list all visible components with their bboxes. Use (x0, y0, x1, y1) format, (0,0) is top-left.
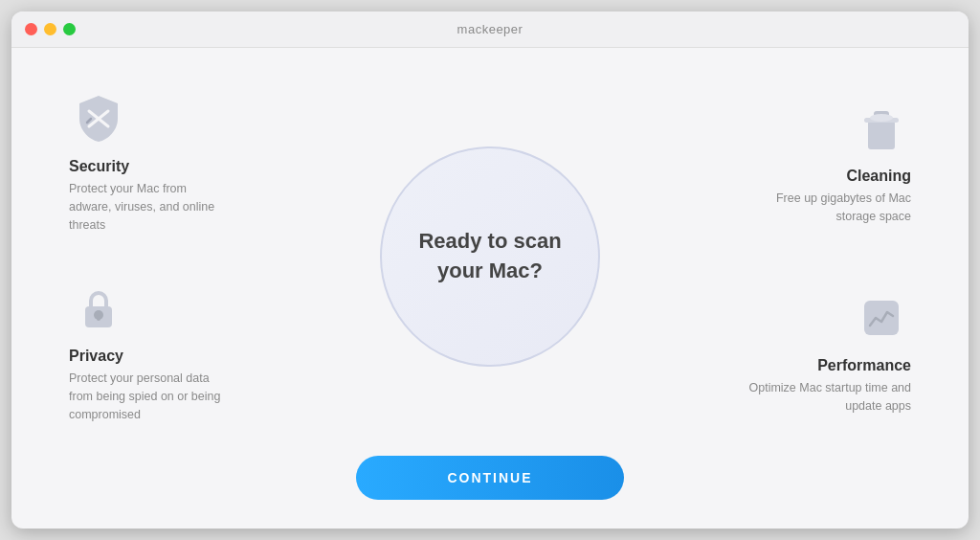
security-icon (69, 89, 128, 148)
traffic-lights (25, 23, 76, 35)
feature-privacy: Privacy Protect your personal data from … (50, 269, 279, 433)
privacy-icon (69, 279, 128, 338)
privacy-desc: Protect your personal data from being sp… (69, 370, 232, 423)
app-title: mackeeper (457, 22, 523, 36)
feature-performance: Performance Optimize Mac startup time an… (701, 279, 930, 425)
close-button[interactable] (25, 23, 37, 35)
main-content: Security Protect your Mac from adware, v… (11, 48, 969, 529)
continue-button[interactable]: CONTINUE (356, 456, 624, 500)
scan-text: Ready to scan your Mac? (418, 227, 561, 286)
cleaning-title: Cleaning (846, 168, 911, 185)
titlebar: mackeeper (11, 11, 969, 48)
security-desc: Protect your Mac from adware, viruses, a… (69, 180, 232, 234)
minimize-button[interactable] (44, 23, 56, 35)
svg-point-5 (870, 114, 893, 122)
svg-rect-9 (864, 301, 899, 335)
performance-desc: Optimize Mac startup time and update app… (748, 379, 911, 416)
svg-rect-8 (97, 315, 100, 321)
performance-title: Performance (817, 357, 911, 374)
center-column: Ready to scan your Mac? (279, 146, 701, 367)
cleaning-desc: Free up gigabytes of Mac storage space (748, 190, 911, 226)
privacy-title: Privacy (69, 348, 123, 365)
scan-circle: Ready to scan your Mac? (380, 146, 600, 367)
security-title: Security (69, 158, 129, 175)
feature-security: Security Protect your Mac from adware, v… (50, 79, 279, 243)
app-window: mackeeper Security Protect your Mac from… (11, 11, 969, 529)
maximize-button[interactable] (63, 23, 76, 35)
cleaning-icon (852, 99, 911, 158)
performance-icon (852, 288, 911, 348)
svg-rect-2 (868, 121, 895, 149)
features-grid: Security Protect your Mac from adware, v… (50, 67, 930, 446)
feature-cleaning: Cleaning Free up gigabytes of Mac storag… (701, 89, 930, 236)
